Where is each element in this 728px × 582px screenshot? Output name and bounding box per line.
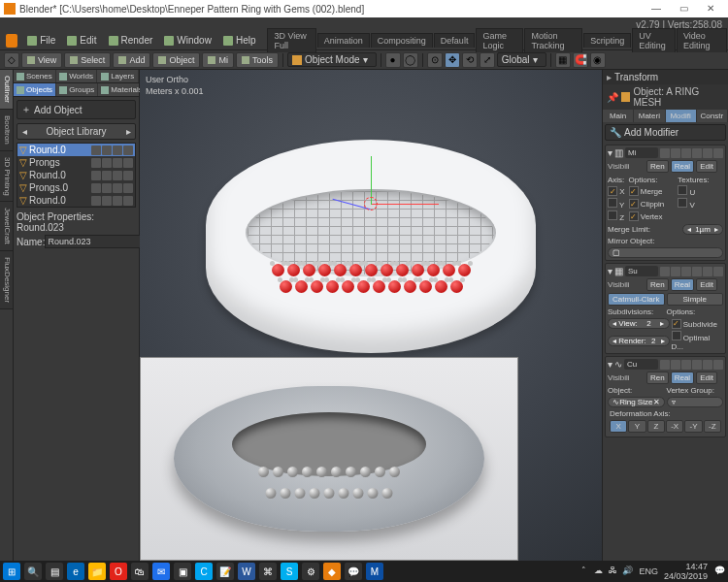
vis-edit[interactable]: Edit xyxy=(696,278,717,291)
tree-item[interactable]: ▽Prongs.0 xyxy=(17,181,135,194)
mi-menu[interactable]: Mi xyxy=(202,52,234,68)
sidetab-3dprint[interactable]: 3D Printing xyxy=(0,151,13,203)
mod-view-icon[interactable] xyxy=(671,148,680,158)
deform-nx[interactable]: -X xyxy=(666,420,683,433)
ws-tab[interactable]: 3D View Full xyxy=(267,28,315,52)
triangle-icon[interactable]: ▾ xyxy=(608,147,612,158)
vis-ren[interactable]: Ren xyxy=(646,372,669,384)
ring-mesh[interactable] xyxy=(206,140,536,353)
proptab-constraints[interactable]: Constr xyxy=(697,110,728,122)
settings-icon[interactable]: ⚙ xyxy=(302,563,319,580)
proptab-modifiers[interactable]: Modifi xyxy=(666,110,697,122)
deform-x[interactable]: X xyxy=(610,420,627,433)
lptab-layers[interactable]: Layers xyxy=(97,70,139,82)
manipulator-icon[interactable]: ✥ xyxy=(445,52,460,68)
lptab-groups[interactable]: Groups xyxy=(56,83,98,96)
notes-icon[interactable]: 📝 xyxy=(216,563,234,580)
merge-checkbox[interactable]: ✓ xyxy=(629,186,639,196)
axis-x-checkbox[interactable]: ✓ xyxy=(608,186,617,196)
vis-ren[interactable]: Ren xyxy=(646,160,669,173)
close-icon[interactable] xyxy=(713,148,723,158)
sidetab-jewelcraft[interactable]: JewelCraft xyxy=(0,202,13,251)
deform-nz[interactable]: -Z xyxy=(704,420,721,433)
vis-real[interactable]: Real xyxy=(671,160,694,173)
menu-edit[interactable]: Edit xyxy=(61,33,102,48)
close-icon[interactable] xyxy=(123,146,133,155)
mode-dropdown[interactable]: Object Mode▾ xyxy=(287,52,377,67)
axis-z-checkbox[interactable] xyxy=(608,210,617,220)
select-icon[interactable] xyxy=(102,146,112,155)
terminal-icon[interactable]: ⌘ xyxy=(259,563,277,580)
onedrive-icon[interactable]: ☁ xyxy=(592,566,604,577)
opera-icon[interactable]: O xyxy=(110,563,127,580)
mail-icon[interactable]: ✉ xyxy=(152,563,170,580)
mirror-object-field[interactable]: ▢ xyxy=(608,247,723,258)
vis-real[interactable]: Real xyxy=(671,278,694,291)
ws-tab[interactable]: Animation xyxy=(317,33,370,48)
mod-edit-icon[interactable] xyxy=(681,148,691,158)
edge-icon[interactable]: e xyxy=(67,563,84,580)
render-subdiv-field[interactable]: ◂ Render:2▸ xyxy=(608,336,670,346)
mod-name-input[interactable]: Su xyxy=(625,266,658,276)
taskview-icon[interactable]: ▤ xyxy=(46,563,63,580)
axis-y-checkbox[interactable] xyxy=(608,198,617,208)
maximize-button[interactable]: ▭ xyxy=(670,1,697,16)
skype-icon[interactable]: S xyxy=(281,563,298,580)
tree-item[interactable]: ▽Round.0 xyxy=(17,169,135,181)
app-icon[interactable]: ▣ xyxy=(174,563,191,580)
subdivide-uv-checkbox[interactable]: ✓ xyxy=(672,319,681,329)
start-button[interactable]: ⊞ xyxy=(3,563,20,580)
chat-icon[interactable]: 💬 xyxy=(345,563,362,580)
view-menu[interactable]: View xyxy=(21,52,62,68)
mod-name-input[interactable]: Cu xyxy=(624,359,658,370)
tray-up-icon[interactable]: ˄ xyxy=(578,566,589,577)
lptab-scenes[interactable]: Scenes xyxy=(14,70,56,82)
ws-tab[interactable]: Default xyxy=(434,33,476,48)
add-modifier-button[interactable]: 🔧Add Modifier xyxy=(605,124,726,141)
rotate-icon[interactable]: ⟲ xyxy=(462,52,478,68)
tree-item[interactable]: ▽Round.0 xyxy=(17,194,135,207)
pivot-icon[interactable]: ⊙ xyxy=(427,52,443,68)
catmull-button[interactable]: Catmull-Clark xyxy=(608,293,665,306)
transform-header[interactable]: ▸Transform xyxy=(603,70,728,84)
explorer-icon[interactable]: 📁 xyxy=(88,563,106,580)
vgroup-field[interactable]: ▿ xyxy=(667,397,724,407)
volume-icon[interactable]: 🔊 xyxy=(621,566,633,577)
proptab-main[interactable]: Main xyxy=(603,110,634,122)
close-button[interactable]: ✕ xyxy=(697,1,724,16)
clock-time[interactable]: 14:47 xyxy=(664,562,708,571)
tree-item[interactable]: ▽Prongs xyxy=(17,156,135,169)
simple-button[interactable]: Simple xyxy=(667,293,724,306)
notifications-icon[interactable]: 💬 xyxy=(713,566,725,577)
lptab-worlds[interactable]: Worlds xyxy=(56,70,98,82)
word-icon[interactable]: W xyxy=(238,563,255,580)
eye-icon[interactable] xyxy=(91,146,101,155)
menu-file[interactable]: File xyxy=(21,33,61,48)
language-indicator[interactable]: ENG xyxy=(639,566,658,576)
vis-edit[interactable]: Edit xyxy=(696,160,717,173)
minimize-button[interactable]: — xyxy=(643,1,670,16)
deform-z[interactable]: Z xyxy=(647,420,665,433)
mod-name-input[interactable]: Mi xyxy=(625,147,658,158)
ws-tab[interactable]: UV Editing xyxy=(632,28,676,52)
object-menu[interactable]: Object xyxy=(152,52,200,68)
blender-logo-icon[interactable] xyxy=(6,34,17,48)
object-library-dropdown[interactable]: ◂Object Library▸ xyxy=(17,123,136,140)
editor-type-icon[interactable]: ◇ xyxy=(4,52,19,68)
close-icon[interactable] xyxy=(713,360,723,370)
network-icon[interactable]: 🖧 xyxy=(607,566,618,577)
vis-edit[interactable]: Edit xyxy=(696,372,717,384)
sidetab-flux[interactable]: FluxDesigner xyxy=(0,251,13,309)
blender-taskbar-icon[interactable]: ◆ xyxy=(323,563,341,580)
ws-tab[interactable]: Game Logic xyxy=(476,28,523,52)
menu-help[interactable]: Help xyxy=(217,33,262,48)
ws-tab[interactable]: Scripting xyxy=(583,33,631,48)
pin-icon[interactable]: 📌 xyxy=(607,92,618,103)
windows-taskbar[interactable]: ⊞ 🔍 ▤ e 📁 O 🛍 ✉ ▣ C 📝 W ⌘ S ⚙ ◆ 💬 M ˄ ☁ … xyxy=(0,561,728,582)
store-icon[interactable]: 🛍 xyxy=(131,563,149,580)
add-object-button[interactable]: ＋Add Object xyxy=(17,100,136,119)
search-icon[interactable]: 🔍 xyxy=(24,563,42,580)
clock-date[interactable]: 24/03/2019 xyxy=(664,571,708,581)
proportional-icon[interactable]: ◉ xyxy=(590,52,606,68)
3d-viewport[interactable]: User Ortho Meters x 0.001 xyxy=(140,70,602,561)
